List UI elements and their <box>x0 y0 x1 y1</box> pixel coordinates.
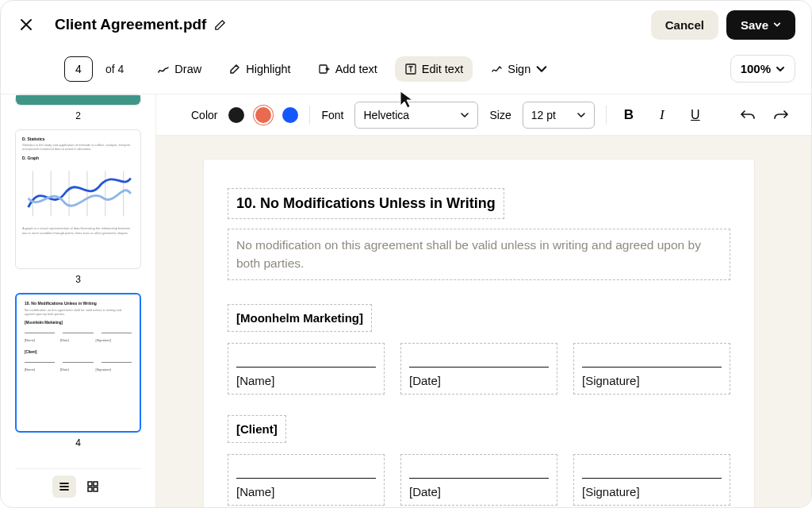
pencil-icon <box>214 19 226 31</box>
page-thumbnail-3[interactable]: D. Statistics Statistics is the study an… <box>15 129 141 269</box>
sign-tool[interactable]: Sign <box>481 56 557 82</box>
chevron-down-icon <box>535 63 548 75</box>
thumb-label-2: 2 <box>15 110 141 121</box>
rename-button[interactable] <box>214 19 226 31</box>
name-field[interactable]: [Name] <box>228 454 385 506</box>
edit-text-icon <box>404 63 417 75</box>
page-number-input[interactable]: 4 <box>64 56 93 82</box>
add-text-icon <box>318 63 331 75</box>
color-swatch-orange[interactable] <box>255 107 271 123</box>
close-button[interactable] <box>17 15 36 34</box>
date-field[interactable]: [Date] <box>400 343 557 394</box>
highlight-icon <box>228 63 241 75</box>
bold-button[interactable]: B <box>618 104 640 126</box>
view-list-button[interactable] <box>52 475 76 498</box>
color-swatch-blue[interactable] <box>282 107 298 123</box>
section-body[interactable]: No modification on this agreement shall … <box>228 229 730 280</box>
chevron-down-icon <box>773 21 781 29</box>
draw-icon <box>157 63 170 75</box>
save-label: Save <box>741 18 768 32</box>
thumbnail-sidebar: 2 D. Statistics Statistics is the study … <box>1 94 156 508</box>
svg-rect-9 <box>94 482 98 486</box>
cancel-button[interactable]: Cancel <box>651 10 718 40</box>
draw-tool[interactable]: Draw <box>147 56 211 82</box>
chart-thumbnail-icon <box>22 162 134 225</box>
redo-icon <box>773 109 789 121</box>
edit-text-tool[interactable]: Edit text <box>395 56 473 82</box>
chevron-down-icon <box>460 110 469 120</box>
sign-icon <box>490 63 503 75</box>
thumb-label-3: 3 <box>15 274 141 285</box>
undo-button[interactable] <box>737 104 759 126</box>
signature-field[interactable]: [Signature] <box>573 454 730 506</box>
svg-rect-10 <box>88 487 92 491</box>
undo-icon <box>740 109 756 121</box>
page-thumbnail-4[interactable]: 10. No Modifications Unless in Writing N… <box>15 293 141 433</box>
size-label: Size <box>489 109 511 121</box>
name-field[interactable]: [Name] <box>228 343 385 394</box>
view-grid-button[interactable] <box>81 475 105 498</box>
size-select[interactable]: 12 pt <box>523 102 595 129</box>
date-field[interactable]: [Date] <box>400 454 557 506</box>
color-label: Color <box>191 109 217 121</box>
list-icon <box>58 480 71 493</box>
chevron-down-icon <box>776 64 785 74</box>
document-page[interactable]: 10. No Modifications Unless in Writing N… <box>204 160 754 508</box>
color-swatch-black[interactable] <box>228 107 244 123</box>
underline-button[interactable]: U <box>684 104 707 126</box>
section-title[interactable]: 10. No Modifications Unless in Writing <box>228 188 504 219</box>
page-count: of 4 <box>105 63 124 75</box>
chevron-down-icon <box>576 110 586 120</box>
party-2-label[interactable]: [Client] <box>228 415 286 443</box>
svg-rect-8 <box>88 482 92 486</box>
svg-rect-11 <box>94 487 98 491</box>
add-text-tool[interactable]: Add text <box>308 56 387 82</box>
font-label: Font <box>321 109 343 121</box>
font-select[interactable]: Helvetica <box>354 102 478 129</box>
save-button[interactable]: Save <box>726 10 795 40</box>
close-icon <box>20 18 33 31</box>
page-thumbnail-2[interactable] <box>15 94 141 106</box>
thumb-label-4: 4 <box>15 437 141 448</box>
document-title: Client Agreement.pdf <box>55 16 206 33</box>
party-1-label[interactable]: [Moonhelm Marketing] <box>228 304 372 332</box>
italic-button[interactable]: I <box>651 104 673 126</box>
highlight-tool[interactable]: Highlight <box>219 56 300 82</box>
redo-button[interactable] <box>770 104 792 126</box>
signature-field[interactable]: [Signature] <box>573 343 730 394</box>
grid-icon <box>86 480 99 493</box>
zoom-select[interactable]: 100% <box>730 55 795 83</box>
